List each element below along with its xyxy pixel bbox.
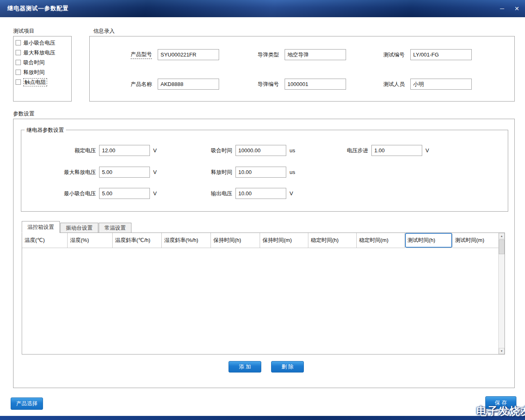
- window-title: 继电器测试—参数配置: [7, 5, 69, 12]
- scroll-up-icon: ▲: [500, 235, 503, 237]
- test-item: 最小吸合电压: [16, 39, 71, 46]
- vertical-scrollbar[interactable]: ▲ ▼: [498, 233, 505, 354]
- field-label: 最大释放电压: [38, 169, 96, 176]
- checkbox-max-release-voltage[interactable]: [16, 50, 21, 55]
- tester-input[interactable]: [410, 79, 472, 90]
- checkbox-label: 最大释放电压: [23, 49, 55, 56]
- checkbox-label: 触点电阻: [23, 78, 47, 86]
- unit-label: V: [153, 190, 157, 196]
- app-window: 继电器测试—参数配置 ─ ✕ 测试项目 最小吸合电压 最大释放电压 吸合时间 释…: [0, 0, 525, 420]
- field-test-number: 测试编号: [383, 49, 472, 60]
- product-model-input[interactable]: [158, 49, 219, 60]
- unit-label: V: [425, 147, 429, 154]
- checkbox-release-time[interactable]: [16, 70, 21, 75]
- field-release-time: 释放时间 us: [175, 167, 295, 178]
- field-rated-voltage: 额定电压 V: [38, 145, 157, 156]
- missile-number-input[interactable]: [285, 79, 346, 90]
- col-header-stable-time-m[interactable]: 稳定时间(m): [357, 233, 405, 248]
- release-time-input[interactable]: [235, 167, 286, 178]
- minimize-icon: ─: [500, 5, 504, 12]
- field-label: 测试人员: [383, 81, 405, 88]
- param-settings-label: 参数设置: [13, 110, 34, 117]
- settings-tabs: 温控箱设置 振动台设置 常温设置: [22, 221, 132, 233]
- col-header-humidity-slope[interactable]: 湿度斜率(%/h): [162, 233, 211, 248]
- checkbox-min-pickup-voltage[interactable]: [16, 40, 21, 45]
- test-item: 最大释放电压: [16, 49, 71, 56]
- tab-room-temperature[interactable]: 常温设置: [99, 223, 131, 233]
- field-label: 输出电压: [175, 190, 232, 197]
- unit-label: V: [153, 169, 157, 175]
- titlebar: 继电器测试—参数配置 ─ ✕: [0, 0, 525, 17]
- col-header-hold-time-h[interactable]: 保持时间(h): [211, 233, 260, 248]
- scroll-down-button[interactable]: ▼: [499, 348, 505, 354]
- close-button[interactable]: ✕: [509, 0, 524, 17]
- checkbox-label: 最小吸合电压: [23, 39, 55, 47]
- col-header-stable-time-h[interactable]: 稳定时间(h): [308, 233, 357, 248]
- col-header-temp-slope[interactable]: 温度斜率(℃/h): [113, 233, 162, 248]
- field-pickup-time: 吸合时间 us: [175, 145, 295, 156]
- info-entry-box: 产品型号 导弹类型 测试编号 产品名称 导弹编号 测试人员: [89, 36, 515, 102]
- relay-param-group: 继电器参数设置 额定电压 V 吸合时间 us 电压步进 V 最大释放电压 V: [21, 130, 508, 212]
- test-item: 吸合时间: [16, 59, 71, 66]
- pickup-time-input[interactable]: [235, 145, 286, 156]
- tab-temperature-chamber[interactable]: 温控箱设置: [22, 221, 60, 233]
- field-label: 产品型号: [131, 51, 152, 59]
- field-product-model: 产品型号: [131, 49, 219, 60]
- rated-voltage-input[interactable]: [99, 145, 150, 156]
- close-icon: ✕: [514, 5, 519, 12]
- missile-type-input[interactable]: [285, 49, 346, 60]
- tab-vibration-table[interactable]: 振动台设置: [60, 223, 98, 233]
- field-product-name: 产品名称: [131, 79, 219, 90]
- min-pickup-voltage-input[interactable]: [99, 188, 150, 199]
- field-voltage-step: 电压步进 V: [311, 145, 429, 156]
- add-button[interactable]: 添 加: [229, 361, 261, 373]
- save-button[interactable]: 保 存: [485, 396, 516, 409]
- field-label: 吸合时间: [175, 147, 232, 154]
- max-release-voltage-input[interactable]: [99, 167, 150, 178]
- minimize-button[interactable]: ─: [495, 0, 509, 17]
- table-header-row: 温度(℃) 湿度(%) 温度斜率(℃/h) 湿度斜率(%/h) 保持时间(h) …: [22, 233, 499, 248]
- output-voltage-input[interactable]: [235, 188, 286, 199]
- bottom-strip: [0, 416, 525, 420]
- field-tester: 测试人员: [383, 79, 472, 90]
- scroll-down-icon: ▼: [500, 350, 503, 352]
- test-item: 释放时间: [16, 69, 71, 76]
- test-items-box: 最小吸合电压 最大释放电压 吸合时间 释放时间 触点电阻: [13, 36, 72, 102]
- relay-param-group-label: 继电器参数设置: [25, 126, 66, 134]
- scroll-up-button[interactable]: ▲: [499, 233, 505, 239]
- col-header-hold-time-m[interactable]: 保持时间(m): [260, 233, 308, 248]
- delete-button[interactable]: 删 除: [271, 361, 304, 373]
- field-missile-number: 导弹编号: [258, 79, 346, 90]
- field-output-voltage: 输出电压 V: [175, 188, 293, 199]
- field-label: 导弹编号: [258, 81, 279, 88]
- field-min-pickup-voltage: 最小吸合电压 V: [38, 188, 157, 199]
- test-number-input[interactable]: [410, 49, 472, 60]
- checkbox-label: 吸合时间: [23, 59, 45, 66]
- unit-label: us: [290, 169, 295, 175]
- unit-label: V: [290, 190, 293, 196]
- field-label: 释放时间: [175, 169, 232, 176]
- product-name-input[interactable]: [158, 79, 219, 90]
- col-header-humidity[interactable]: 湿度(%): [68, 233, 113, 248]
- field-label: 导弹类型: [258, 51, 279, 59]
- checkbox-label: 释放时间: [23, 69, 45, 76]
- field-label: 产品名称: [131, 81, 152, 88]
- checkbox-contact-resistance[interactable]: [16, 79, 21, 85]
- field-missile-type: 导弹类型: [258, 49, 346, 60]
- test-items-label: 测试项目: [13, 27, 34, 35]
- checkbox-pickup-time[interactable]: [16, 60, 21, 65]
- settings-table: 温度(℃) 湿度(%) 温度斜率(℃/h) 湿度斜率(%/h) 保持时间(h) …: [22, 233, 505, 355]
- field-max-release-voltage: 最大释放电压 V: [38, 167, 157, 178]
- test-item: 触点电阻: [16, 79, 71, 86]
- product-select-button[interactable]: 产品选择: [11, 397, 43, 410]
- field-label: 测试编号: [383, 51, 405, 59]
- field-label: 额定电压: [38, 147, 96, 154]
- field-label: 电压步进: [311, 147, 368, 154]
- col-header-test-time-h[interactable]: 测试时间(h): [405, 233, 453, 248]
- voltage-step-input[interactable]: [371, 145, 422, 156]
- scrollbar-thumb[interactable]: [499, 239, 505, 254]
- info-entry-label: 信息录入: [93, 27, 115, 35]
- col-header-temperature[interactable]: 温度(℃): [22, 233, 68, 248]
- param-settings-box: 继电器参数设置 额定电压 V 吸合时间 us 电压步进 V 最大释放电压 V: [13, 119, 515, 388]
- col-header-test-time-m[interactable]: 测试时间(m): [453, 233, 499, 248]
